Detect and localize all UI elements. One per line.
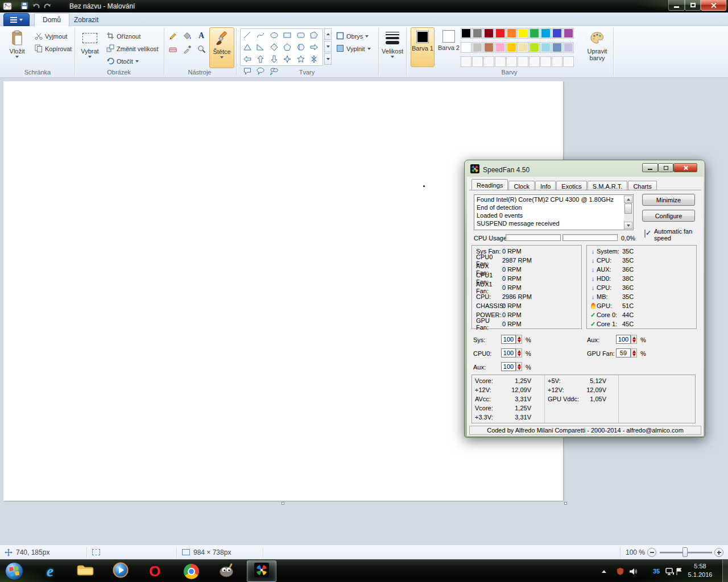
speedfan-maximize-button[interactable] [658, 163, 673, 172]
cut-button[interactable]: Vyjmout [33, 31, 69, 42]
shape-pentagon[interactable] [282, 42, 292, 52]
pwm-spinner[interactable] [516, 348, 522, 357]
palette-color[interactable] [518, 42, 528, 53]
palette-color[interactable] [518, 56, 528, 67]
pwm-value-field[interactable]: 100 [501, 348, 516, 357]
pencil-tool[interactable] [166, 30, 180, 42]
shape-hexagon[interactable] [296, 42, 306, 52]
show-desktop-button[interactable] [722, 560, 728, 582]
pwm-value-field[interactable]: 100 [501, 335, 516, 344]
pwm-value-field[interactable]: 100 [501, 362, 516, 371]
palette-color[interactable] [540, 56, 551, 67]
shape-polygon[interactable] [309, 30, 319, 40]
palette-color[interactable] [472, 28, 483, 39]
palette-color[interactable] [563, 28, 574, 39]
palette-color[interactable] [563, 42, 574, 53]
zoom-slider-thumb[interactable] [682, 547, 688, 557]
scrollbar-thumb[interactable] [624, 203, 632, 214]
palette-color[interactable] [552, 56, 562, 67]
tab-clock[interactable]: Clock [508, 181, 535, 191]
log-scrollbar[interactable] [624, 196, 632, 229]
copy-button[interactable]: Kopírovat [33, 43, 73, 55]
speedfan-close-button[interactable] [673, 163, 697, 172]
paint-app-icon[interactable] [3, 2, 12, 11]
outline-button[interactable]: Obrys [334, 31, 370, 42]
tray-speedfan-temp[interactable]: 35 [653, 567, 660, 576]
text-tool[interactable]: A [195, 30, 208, 42]
event-log-listbox[interactable]: Found Intel(R) Core(TM)2 CPU 4300 @ 1.80… [474, 194, 634, 230]
select-button[interactable]: Vybrat [77, 27, 102, 68]
shape-five-point-star[interactable] [296, 54, 306, 64]
tab-smart[interactable]: S.M.A.R.T. [588, 181, 628, 191]
canvas-resize-handle-bottom[interactable] [282, 502, 284, 505]
palette-color[interactable] [540, 28, 551, 39]
palette-color[interactable] [461, 42, 471, 53]
minimize-button[interactable]: Minimize [642, 194, 695, 206]
tab-view[interactable]: Zobrazit [66, 13, 106, 26]
palette-color[interactable] [483, 42, 494, 53]
magnifier-tool[interactable] [195, 43, 208, 55]
palette-color[interactable] [495, 56, 506, 67]
tray-network-icon[interactable] [665, 567, 675, 576]
palette-color[interactable] [506, 42, 517, 53]
taskbar-explorer[interactable] [71, 560, 100, 582]
palette-color[interactable] [540, 42, 551, 53]
taskbar-chrome[interactable] [176, 560, 206, 582]
pwm-value-field[interactable]: 100 [616, 335, 631, 344]
save-icon[interactable] [20, 2, 30, 11]
maximize-window-button[interactable] [685, 0, 701, 11]
shape-right-arrow[interactable] [309, 42, 319, 52]
palette-color[interactable] [529, 28, 540, 39]
zoom-out-button[interactable] [647, 548, 656, 557]
palette-color[interactable] [461, 28, 471, 39]
brushes-button[interactable]: Štětce [209, 27, 234, 68]
shape-up-arrow[interactable] [255, 54, 266, 64]
shape-line[interactable] [242, 30, 253, 40]
shape-down-arrow[interactable] [269, 54, 279, 64]
tab-exotics[interactable]: Exotics [556, 181, 586, 191]
palette-color[interactable] [483, 56, 494, 67]
palette-color[interactable] [506, 28, 517, 39]
pwm-spinner[interactable] [516, 362, 522, 371]
shape-curve[interactable] [255, 30, 266, 40]
taskbar-internet-explorer[interactable]: e [35, 560, 65, 582]
shape-triangle[interactable] [242, 42, 253, 52]
taskbar-gimp[interactable] [212, 560, 241, 582]
palette-color[interactable] [472, 42, 483, 53]
shapes-scroll-up-button[interactable] [324, 28, 332, 40]
palette-color[interactable] [552, 28, 562, 39]
start-button[interactable] [5, 562, 24, 582]
close-window-button[interactable] [701, 0, 726, 11]
shape-rectangle[interactable] [282, 30, 292, 40]
shape-oval[interactable] [269, 30, 279, 40]
color2-button[interactable]: Barva 2 [437, 27, 461, 67]
configure-button[interactable]: Configure [642, 210, 695, 222]
file-menu-button[interactable] [3, 13, 30, 26]
tab-charts[interactable]: Charts [628, 181, 656, 191]
paste-button[interactable]: Vložit [5, 27, 30, 68]
undo-icon[interactable] [32, 2, 41, 11]
shapes-more-button[interactable] [324, 53, 332, 65]
tab-readings[interactable]: Readings [471, 179, 508, 190]
pwm-spinner[interactable] [631, 335, 637, 344]
taskbar-media-player[interactable] [106, 560, 135, 582]
automatic-fan-speed-checkbox[interactable] [644, 230, 646, 238]
minimize-window-button[interactable] [668, 0, 685, 11]
fill-button[interactable]: Vyplnit [334, 43, 373, 55]
taskbar-opera[interactable]: O [140, 560, 169, 582]
color-picker-tool[interactable] [180, 43, 194, 55]
palette-color[interactable] [506, 56, 517, 67]
resize-button[interactable]: Změnit velikost [105, 43, 160, 55]
redo-icon[interactable] [43, 2, 52, 11]
rotate-button[interactable]: Otočit [105, 56, 140, 67]
shape-left-arrow[interactable] [242, 54, 253, 64]
taskbar-clock[interactable]: 5:58 5.1.2016 [681, 562, 719, 579]
palette-color[interactable] [563, 56, 574, 67]
palette-color[interactable] [461, 56, 471, 67]
size-button[interactable]: Velikost [380, 27, 405, 68]
shape-six-point-star[interactable] [309, 54, 319, 64]
tab-info[interactable]: Info [535, 181, 556, 191]
speedfan-titlebar[interactable]: SpeedFan 4.50 [470, 164, 530, 175]
eraser-tool[interactable] [166, 43, 180, 55]
palette-color[interactable] [472, 56, 483, 67]
